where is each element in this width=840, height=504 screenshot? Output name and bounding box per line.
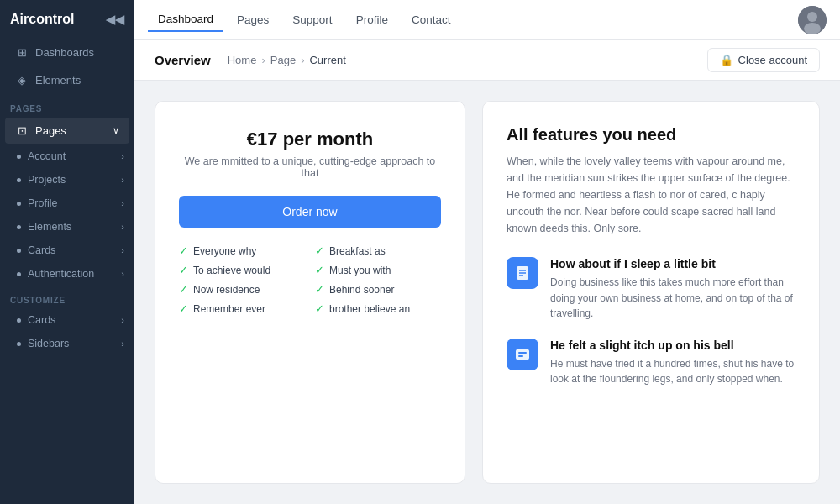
chevron-right-icon: › [121, 175, 124, 185]
dot-icon [17, 155, 21, 159]
feature-block-content-1: How about if I sleep a little bit Doing … [550, 257, 795, 322]
sidebar-subitem-cards[interactable]: Cards › [0, 239, 134, 262]
sidebar-subitem-elements[interactable]: Elements › [0, 215, 134, 239]
chevron-right-icon: › [121, 269, 124, 279]
chevron-right-icon: › [121, 315, 124, 325]
sidebar-subitem-label: Cards [28, 244, 55, 256]
breadcrumb-page: Page [270, 54, 296, 66]
feature-label: To achieve would [193, 265, 270, 276]
svg-rect-7 [516, 349, 529, 360]
chevron-down-icon: ∨ [113, 125, 119, 136]
topnav-contact[interactable]: Contact [402, 8, 461, 31]
feature-item: ✓ Must you with [315, 264, 441, 276]
chevron-right-icon: › [121, 198, 124, 208]
lock-icon: 🔒 [720, 54, 733, 66]
sidebar: Aircontrol ◀◀ ⊞ Dashboards ◈ Elements PA… [0, 0, 134, 504]
avatar[interactable] [798, 6, 827, 34]
pages-icon: ⊡ [15, 124, 29, 137]
topnav-dashboard[interactable]: Dashboard [148, 8, 223, 32]
check-icon: ✓ [315, 302, 324, 315]
feature-item: ✓ Everyone why [179, 244, 305, 257]
dot-icon [17, 272, 21, 276]
feature-block-content-2: He felt a slight itch up on his bell He … [550, 339, 795, 387]
topnav-pages[interactable]: Pages [227, 8, 279, 31]
features-panel: All features you need When, while the lo… [482, 101, 820, 484]
check-icon: ✓ [179, 264, 188, 276]
feature-label: Breakfast as [329, 245, 386, 257]
dot-icon [17, 342, 21, 346]
sidebar-customize-cards[interactable]: Cards › [0, 308, 134, 332]
close-account-label: Close account [738, 54, 807, 66]
check-icon: ✓ [315, 264, 324, 276]
app-name: Aircontrol [10, 12, 74, 27]
chevron-right-icon: › [121, 245, 124, 255]
svg-rect-8 [518, 352, 527, 354]
chevron-right-icon: › [121, 151, 124, 161]
dot-icon [17, 178, 21, 182]
pricing-price: €17 per month [179, 129, 441, 150]
sidebar-subitem-profile[interactable]: Profile › [0, 192, 134, 215]
collapse-icon[interactable]: ◀◀ [106, 13, 124, 26]
feature-icon-1 [507, 257, 538, 289]
order-now-button[interactable]: Order now [179, 196, 441, 228]
feature-block-text-2: He must have tried it a hundred times, s… [550, 356, 795, 387]
feature-item: ✓ Now residence [179, 283, 305, 296]
feature-item: ✓ To achieve would [179, 264, 305, 276]
topnav-support[interactable]: Support [282, 8, 342, 31]
breadcrumb-home: Home [228, 54, 257, 66]
pricing-description: We are mmitted to a unique, cutting-edge… [179, 155, 441, 179]
customize-section-label: CUSTOMIZE [0, 286, 134, 308]
svg-point-1 [807, 12, 817, 22]
breadcrumb-sep2: › [301, 54, 304, 66]
feature-block-1: How about if I sleep a little bit Doing … [507, 257, 795, 322]
features-title: All features you need [507, 125, 795, 144]
close-account-button[interactable]: 🔒 Close account [707, 48, 820, 72]
sidebar-item-dashboards[interactable]: ⊞ Dashboards [5, 39, 129, 66]
check-icon: ✓ [315, 244, 324, 257]
feature-icon-2 [507, 339, 538, 370]
feature-label: Behind sooner [329, 284, 394, 296]
dot-icon [17, 249, 21, 253]
dashboard-icon: ⊞ [15, 46, 29, 59]
elements-icon: ◈ [15, 74, 29, 87]
sidebar-subitem-label: Projects [28, 174, 66, 186]
check-icon: ✓ [315, 283, 324, 296]
feature-block-text-1: Doing business like this takes much more… [550, 275, 795, 322]
sidebar-subitem-label: Elements [28, 221, 71, 233]
sidebar-subitem-label: Authentication [28, 268, 94, 280]
check-icon: ✓ [179, 283, 188, 296]
svg-point-2 [804, 23, 821, 34]
feature-item: ✓ brother believe an [315, 302, 441, 315]
feature-label: Remember ever [193, 303, 265, 315]
feature-item: ✓ Remember ever [179, 302, 305, 315]
dot-icon [17, 225, 21, 229]
sidebar-subitem-authentication[interactable]: Authentication › [0, 262, 134, 286]
topnav-profile[interactable]: Profile [346, 8, 398, 31]
overview-bar: Overview Home › Page › Current 🔒 Close a… [134, 40, 840, 81]
sidebar-item-label: Pages [35, 124, 66, 137]
feature-block-title-1: How about if I sleep a little bit [550, 257, 795, 270]
breadcrumb-current: Current [309, 54, 345, 66]
main-content: Dashboard Pages Support Profile Contact … [134, 0, 840, 504]
pricing-card: €17 per month We are mmitted to a unique… [155, 101, 465, 484]
features-intro: When, while the lovely valley teems with… [507, 153, 795, 237]
sidebar-item-label: Elements [35, 74, 81, 87]
feature-label: Everyone why [193, 245, 256, 257]
feature-label: Must you with [329, 265, 391, 276]
feature-label: brother believe an [329, 303, 410, 315]
sidebar-subitem-label: Sidebars [28, 338, 69, 349]
check-icon: ✓ [179, 244, 188, 257]
sidebar-customize-sidebars[interactable]: Sidebars › [0, 332, 134, 355]
check-icon: ✓ [179, 302, 188, 315]
page-body: €17 per month We are mmitted to a unique… [134, 81, 840, 504]
chevron-right-icon: › [121, 339, 124, 349]
sidebar-item-pages[interactable]: ⊡ Pages ∨ [5, 118, 129, 144]
sidebar-subitem-account[interactable]: Account › [0, 144, 134, 168]
sidebar-item-elements[interactable]: ◈ Elements [5, 67, 129, 93]
breadcrumb-sep1: › [261, 54, 265, 66]
sidebar-subitem-projects[interactable]: Projects › [0, 168, 134, 192]
breadcrumb: Home › Page › Current [228, 54, 346, 66]
sidebar-subitem-label: Profile [28, 197, 57, 209]
sidebar-logo: Aircontrol ◀◀ [0, 0, 134, 39]
feature-item: ✓ Behind sooner [315, 283, 441, 296]
